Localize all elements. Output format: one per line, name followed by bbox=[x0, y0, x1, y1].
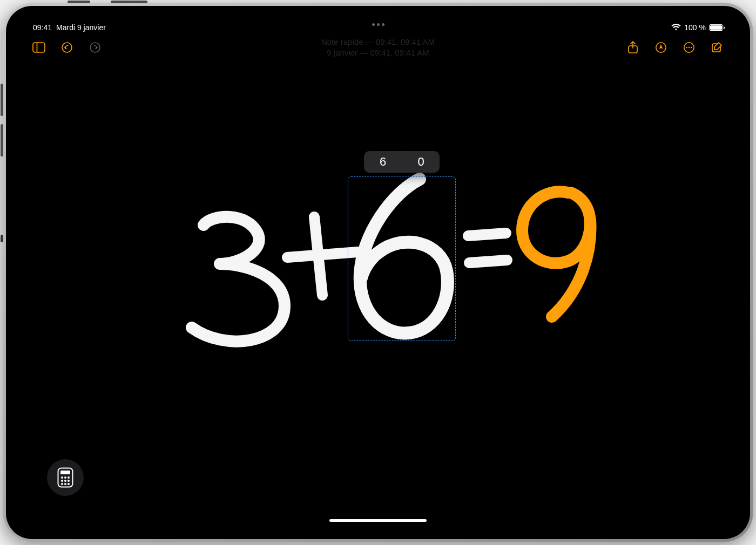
volume-up-button bbox=[1, 84, 3, 116]
svg-point-21 bbox=[68, 483, 70, 485]
calculator-icon bbox=[57, 467, 73, 488]
handwriting-digit-3 bbox=[192, 217, 285, 342]
handwriting-plus bbox=[287, 217, 357, 295]
side-connector bbox=[1, 235, 3, 242]
recognition-suggestion-popover: 6 0 bbox=[364, 151, 440, 173]
ipad-device-frame: 09:41 Mardi 9 janvier 100 % bbox=[3, 3, 753, 542]
home-indicator[interactable] bbox=[329, 519, 427, 522]
handwriting-equals bbox=[468, 233, 507, 263]
svg-point-18 bbox=[68, 480, 70, 482]
svg-point-13 bbox=[61, 476, 63, 479]
suggestion-option-0[interactable]: 0 bbox=[402, 151, 440, 173]
handwriting-digit-6 bbox=[360, 179, 448, 333]
svg-point-14 bbox=[64, 476, 66, 479]
svg-point-15 bbox=[68, 476, 70, 479]
svg-point-17 bbox=[64, 480, 66, 482]
svg-point-19 bbox=[61, 483, 63, 485]
handwriting-result-9 bbox=[522, 192, 590, 317]
drawing-canvas[interactable]: 6 0 bbox=[20, 20, 736, 525]
svg-point-16 bbox=[61, 480, 63, 482]
top-button-2 bbox=[111, 1, 147, 3]
svg-point-20 bbox=[64, 483, 66, 485]
screen: 09:41 Mardi 9 janvier 100 % bbox=[20, 20, 736, 525]
top-button bbox=[68, 1, 90, 3]
suggestion-option-6[interactable]: 6 bbox=[364, 151, 402, 173]
volume-down-button bbox=[1, 124, 3, 156]
svg-rect-12 bbox=[60, 471, 70, 474]
calculator-fab[interactable] bbox=[47, 459, 84, 496]
